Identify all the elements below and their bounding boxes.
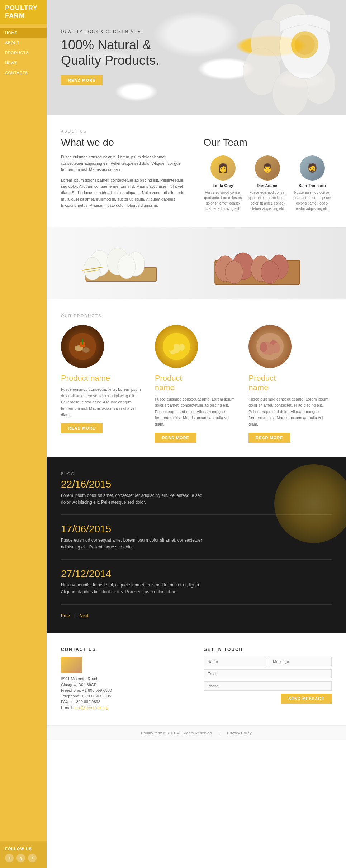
about-grid: What we do Fusce euismod consequat ante.… <box>61 137 332 213</box>
nav-news[interactable]: NEWS <box>0 58 47 68</box>
contact-city: Glasgow, D04 89GR <box>61 682 189 687</box>
about-team: Our Team 👩 Linda Grey Fusce euismod cons… <box>204 137 332 213</box>
hero-content: QUALITY EGGS & CHICKEN MEAT 100% Natural… <box>47 15 174 100</box>
what-we-do-heading: What we do <box>61 137 189 148</box>
team-member-0: 👩 Linda Grey Fusce euismod conse-quat an… <box>204 155 243 211</box>
what-we-do-para1: Fusce euismod consequat ante. Lorem ipsu… <box>61 154 189 173</box>
form-phone-group <box>204 681 332 691</box>
nav-about[interactable]: ABOUT <box>0 38 47 48</box>
product-image-1 <box>155 325 198 368</box>
team-bio-1: Fusce euismod conse-quat ante. Lorem ips… <box>248 190 287 211</box>
footer-privacy-link[interactable]: Privacy Policy <box>227 731 251 735</box>
pagination-sep: | <box>74 613 75 618</box>
site-footer: Poultry farm © 2016 All Rights Reserved … <box>47 725 346 740</box>
nav-contacts[interactable]: CONTACTS <box>0 68 47 78</box>
contact-address: 8901 Marmora Road, <box>61 677 189 681</box>
products-grid: Product name Fusce euismod consequat ant… <box>61 325 332 443</box>
blog-text-0: Lorem ipsum dolor sit amet, consectetuer… <box>61 492 212 506</box>
products-section: OUR PRODUCTS Product name Fusce euismod … <box>47 299 346 457</box>
sidebar: POULTRY FARM HOME ABOUT PRODUCTS NEWS CO… <box>0 0 47 740</box>
name-input[interactable] <box>204 657 266 666</box>
team-members-list: 👩 Linda Grey Fusce euismod conse-quat an… <box>204 155 332 211</box>
product-cta-0[interactable]: READ MORE <box>61 423 103 433</box>
product-name-2: Productname <box>248 374 332 393</box>
blog-text-1: Fusce euismod consequat ante. Lorem ipsu… <box>61 537 212 551</box>
message-input[interactable] <box>269 657 332 666</box>
main-content: QUALITY EGGS & CHICKEN MEAT 100% Natural… <box>47 0 346 740</box>
team-heading: Our Team <box>204 137 332 148</box>
product-image-0 <box>61 325 104 368</box>
product-cta-2[interactable]: READ MORE <box>248 433 290 443</box>
team-member-2: 🧔 Sam Thomson Fusce euismod conse-quat a… <box>293 155 332 211</box>
svg-point-35 <box>168 344 174 351</box>
svg-point-25 <box>261 261 279 284</box>
form-email-group <box>204 669 332 678</box>
blog-date-2: 27/12/2014 <box>61 568 332 580</box>
contact-form: GET IN TOUCH SEND MESSAGE <box>204 647 332 711</box>
email-input[interactable] <box>204 669 332 678</box>
svg-point-8 <box>295 35 315 55</box>
hero-title: 100% Natural &Quality Products. <box>61 37 159 68</box>
contact-info: CONTACT US 8901 Marmora Road, Glasgow, D… <box>61 647 189 711</box>
blog-post-2: 27/12/2014 Nulla venenatis. In pede mi, … <box>61 568 332 604</box>
blog-bg-egg <box>274 464 346 543</box>
product-name-0: Product name <box>61 374 144 383</box>
blog-section: BLOG 22/16/2015 Lorem ipsum dolor sit am… <box>47 457 346 633</box>
hero-cta-button[interactable]: READ MORE <box>61 75 103 85</box>
nav-products[interactable]: PRODUCTS <box>0 48 47 58</box>
contact-fax: FAX: +1 800 889 9898 <box>61 700 189 704</box>
blog-text-2: Nulla venenatis. In pede mi, aliquet sit… <box>61 582 212 595</box>
product-cta-1[interactable]: READ MORE <box>155 433 196 443</box>
product-card-2: Productname Fusce euismod consequat ante… <box>248 325 332 443</box>
svg-point-24 <box>225 261 243 284</box>
svg-point-36 <box>179 344 185 351</box>
team-avatar-0: 👩 <box>210 155 236 181</box>
svg-point-42 <box>273 343 280 353</box>
team-bio-2: Fusce euismod conse-quat ante. Lorem ips… <box>293 190 332 211</box>
contact-section: CONTACT US 8901 Marmora Road, Glasgow, D… <box>47 633 346 725</box>
contact-telephone: Telephone: +1 800 603 6035 <box>61 694 189 698</box>
team-member-1: 👨 Dan Adams Fusce euismod conse-quat ant… <box>248 155 287 211</box>
contact-thumbnail <box>61 657 82 673</box>
phone-input[interactable] <box>204 681 332 691</box>
hero-subtitle: QUALITY EGGS & CHICKEN MEAT <box>61 29 159 34</box>
products-label: OUR PRODUCTS <box>61 313 332 318</box>
footer-copyright: Poultry farm © 2016 All Rights Reserved <box>141 731 212 735</box>
footer-sep: | <box>219 731 220 735</box>
svg-point-41 <box>260 342 267 352</box>
svg-point-28 <box>82 347 90 353</box>
svg-point-15 <box>118 255 136 279</box>
contact-freephone: Freephone: +1 800 559 6580 <box>61 688 189 692</box>
product-desc-0: Fusce euismod consequat ante. Lorem ipsu… <box>61 387 144 418</box>
product-card-1: Productname Fusce euismod consequat ante… <box>155 325 238 443</box>
team-name-2: Sam Thomson <box>293 183 332 188</box>
blog-pagination: Prev | Next <box>61 613 332 618</box>
brand-logo[interactable]: POULTRY FARM <box>0 0 47 24</box>
product-card-0: Product name Fusce euismod consequat ant… <box>61 325 144 443</box>
about-what-we-do: What we do Fusce euismod consequat ante.… <box>61 137 189 213</box>
about-label: ABOUT US <box>61 129 332 133</box>
product-image-2 <box>248 325 292 368</box>
main-nav: HOME ABOUT PRODUCTS NEWS CONTACTS <box>0 28 47 740</box>
team-avatar-1: 👨 <box>255 155 280 181</box>
blog-prev-link[interactable]: Prev <box>61 613 70 618</box>
eggs-image-section <box>47 227 346 299</box>
about-section: ABOUT US What we do Fusce euismod conseq… <box>47 115 346 227</box>
nav-home[interactable]: HOME <box>0 28 47 38</box>
what-we-do-para2: Lorem ipsum dolor sit amet, consectetuer… <box>61 177 189 209</box>
eggs-illustration <box>71 231 322 296</box>
team-name-0: Linda Grey <box>204 183 243 188</box>
contact-email-link[interactable]: mail@demolink.org <box>74 705 108 710</box>
form-row-top <box>204 657 332 669</box>
contact-label: CONTACT US <box>61 647 189 652</box>
blog-next-link[interactable]: Next <box>80 613 89 618</box>
form-message-group <box>269 657 332 666</box>
team-bio-0: Fusce euismod conse-quat ante. Lorem ips… <box>204 190 243 211</box>
get-in-touch-label: GET IN TOUCH <box>204 647 332 652</box>
contact-email: E-mail: mail@demolink.org <box>61 705 189 710</box>
send-message-button[interactable]: SEND MESSAGE <box>281 694 332 704</box>
product-name-1: Productname <box>155 374 238 393</box>
hero-section: QUALITY EGGS & CHICKEN MEAT 100% Natural… <box>47 0 346 115</box>
form-name-group <box>204 657 266 666</box>
product-desc-1: Fusce euismod consequat ante. Lorem ipsu… <box>155 396 238 428</box>
